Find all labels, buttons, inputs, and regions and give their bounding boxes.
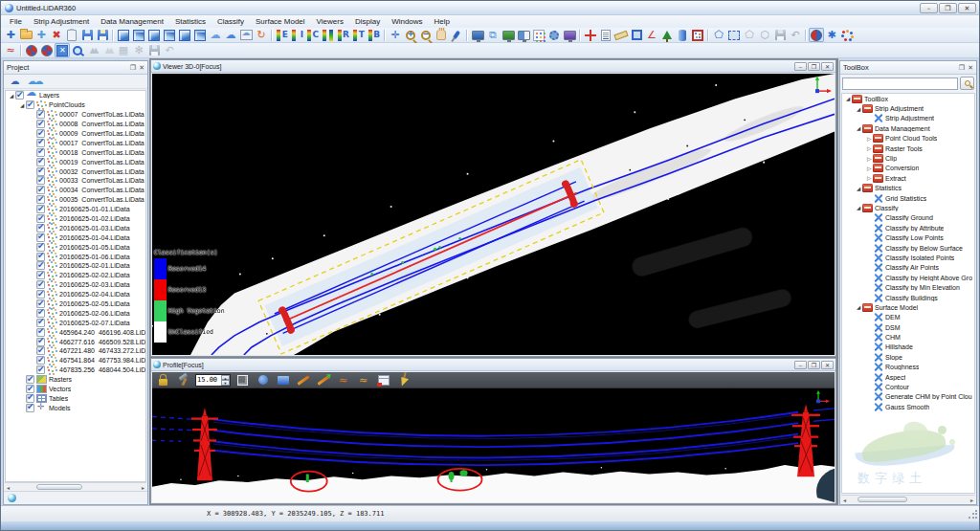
polyline-button[interactable]: ≈	[335, 373, 351, 387]
toolbox-item[interactable]: ▷ Point Cloud Tools	[842, 134, 974, 144]
display-by-elevation-button[interactable]: E	[275, 28, 290, 42]
expander-icon[interactable]: ◢	[18, 102, 26, 108]
capture-button[interactable]	[562, 28, 577, 42]
expander-icon[interactable]: ◢	[844, 96, 852, 101]
select-rect-button[interactable]	[275, 373, 291, 387]
pin-button[interactable]	[449, 28, 464, 42]
cube-button[interactable]	[234, 373, 251, 387]
toolbox-item[interactable]: ◢ Surface Model	[842, 302, 974, 312]
checkbox[interactable]	[26, 100, 34, 109]
elevation-profile-button[interactable]: ▲▲	[85, 43, 100, 57]
toolbox-item[interactable]: DSM	[842, 322, 974, 332]
tree-item[interactable]: 00032_ConvertToLas.LiData	[6, 166, 145, 176]
scroll-thumb[interactable]	[36, 484, 82, 490]
maximize-button[interactable]: ❐	[939, 3, 957, 13]
tree-item[interactable]: 00035_ConvertToLas.LiData	[6, 195, 145, 205]
remove-data-button[interactable]: ✖	[49, 28, 64, 42]
toolbox-item[interactable]: ◢ ToolBox	[842, 94, 974, 103]
open-file-button[interactable]	[18, 28, 33, 42]
toolbox-item[interactable]: Generate CHM by Point Clou	[842, 392, 974, 402]
window-grid-button[interactable]	[375, 373, 391, 387]
profile-titlebar[interactable]: Profile[Focus] –❐✕	[151, 359, 835, 371]
menu-strip-adjustment[interactable]: Strip Adjustment	[28, 17, 95, 26]
measure-volume-button[interactable]	[675, 28, 690, 42]
expander-icon[interactable]: ◢	[855, 205, 862, 210]
measure-line-button[interactable]	[295, 373, 311, 387]
strip-align2-button[interactable]	[39, 43, 55, 57]
tree-item[interactable]: 00009_ConvertToLas.LiData	[6, 129, 145, 139]
search-button[interactable]	[960, 77, 974, 90]
viewer-close-button[interactable]: ✕	[821, 62, 834, 71]
measure-angle-button[interactable]: ∠	[644, 28, 659, 42]
measure-line2-button[interactable]	[315, 373, 331, 387]
view-iso-button[interactable]	[192, 28, 208, 42]
tree-item[interactable]: 467541.864_467753.984.LiData	[6, 356, 145, 365]
broom-button[interactable]	[395, 373, 412, 387]
zoom-extent-button[interactable]: ✛	[388, 28, 403, 42]
menu-file[interactable]: File	[4, 17, 28, 26]
project-float-button[interactable]: ❐	[130, 64, 136, 72]
tree-item[interactable]: 465964.240_466196.408.LiData	[6, 327, 145, 337]
display-by-class-button[interactable]: C	[305, 28, 321, 42]
tree-item[interactable]: 00033_ConvertToLas.LiData	[6, 176, 145, 186]
toolbox-item[interactable]: Roughness	[842, 363, 974, 372]
profile-canvas[interactable]	[152, 388, 835, 502]
flower-gray-button[interactable]: ✻	[131, 43, 146, 57]
title-bar[interactable]: Untitled-LiDAR360 –❐✕	[1, 1, 979, 15]
save-selection-button[interactable]	[772, 28, 788, 42]
toolbox-item[interactable]: CHM	[842, 332, 974, 342]
viewer-3d-titlebar[interactable]: Viewer 3D-0[Focus] –❐✕	[151, 60, 835, 73]
measure-height-button[interactable]	[659, 28, 675, 42]
minimize-button[interactable]: –	[920, 3, 938, 13]
hammer-button[interactable]	[175, 373, 191, 387]
polyline2-button[interactable]: ≈	[355, 373, 371, 387]
profile-restore-button[interactable]: ❐	[808, 361, 820, 369]
menu-statistics[interactable]: Statistics	[169, 17, 212, 26]
link-viewers-button[interactable]: ⧉	[485, 28, 501, 42]
expander-icon[interactable]: ▷	[865, 156, 873, 162]
spin-buttons[interactable]: ▴▾	[221, 375, 230, 386]
cloud-view-button[interactable]: ☁	[208, 28, 223, 42]
tree-item[interactable]: 466277.616_466509.528.LiData	[6, 337, 145, 346]
menu-viewers[interactable]: Viewers	[311, 17, 349, 26]
expander-icon[interactable]: ◢	[855, 186, 862, 191]
measure-density-button[interactable]	[690, 28, 705, 42]
toolbox-close-button[interactable]: ✕	[968, 64, 973, 72]
view-left-button[interactable]	[146, 28, 162, 42]
view-right-button[interactable]	[162, 28, 177, 42]
measure-area-button[interactable]	[629, 28, 644, 42]
toolbox-float-button[interactable]: ❐	[959, 64, 965, 72]
globe-icon[interactable]	[8, 494, 16, 502]
render-sparkle-button[interactable]	[839, 28, 855, 42]
viewer-3d-canvas[interactable]: Classification(s) Reserved14 Reserved13 …	[152, 74, 835, 355]
tree-item[interactable]: 00034_ConvertToLas.LiData	[6, 186, 145, 195]
tree-item[interactable]: 20160625-01-01.LiData	[6, 205, 145, 214]
toolbox-item[interactable]: ◢ Strip Adjustment	[842, 103, 974, 113]
toolbox-item[interactable]: ▷ Clip	[842, 153, 974, 163]
viewer-restore-button[interactable]: ❐	[808, 62, 820, 71]
tree-item[interactable]: 20160625-02-05.LiData	[6, 299, 145, 309]
expander-icon[interactable]: ◢	[855, 304, 862, 310]
select-lasso-button[interactable]: ⬡	[757, 28, 772, 42]
tree-item[interactable]: 20160625-02-01.LiData	[6, 261, 145, 271]
menu-surface-model[interactable]: Surface Model	[250, 17, 311, 26]
grid-gray-button[interactable]: ▦	[116, 43, 131, 57]
point-info-button[interactable]	[598, 28, 613, 42]
select-circle-button[interactable]	[255, 373, 271, 387]
clipboard-button[interactable]	[64, 28, 79, 42]
tree-item[interactable]: 20160625-02-02.LiData	[6, 271, 145, 280]
strip-query-button[interactable]	[70, 43, 85, 57]
export-gray-button[interactable]	[146, 43, 162, 57]
display-by-rgb-button[interactable]	[321, 28, 336, 42]
checkbox[interactable]	[15, 91, 24, 100]
tree-item[interactable]: 20160625-02-04.LiData	[6, 290, 145, 299]
toolbox-item[interactable]: Slope	[842, 352, 974, 362]
tree-item[interactable]: 20160625-01-05.LiData	[6, 242, 145, 252]
menu-help[interactable]: Help	[429, 17, 456, 26]
render-classes-button[interactable]	[809, 28, 824, 42]
expander-icon[interactable]: ◢	[8, 93, 15, 99]
expander-icon[interactable]: ▷	[865, 136, 873, 142]
menu-display[interactable]: Display	[349, 17, 386, 26]
tree-item[interactable]: 467221.480_467433.272.LiData	[6, 346, 145, 356]
tree-item[interactable]: 00008_ConvertToLas.LiData	[6, 120, 145, 129]
